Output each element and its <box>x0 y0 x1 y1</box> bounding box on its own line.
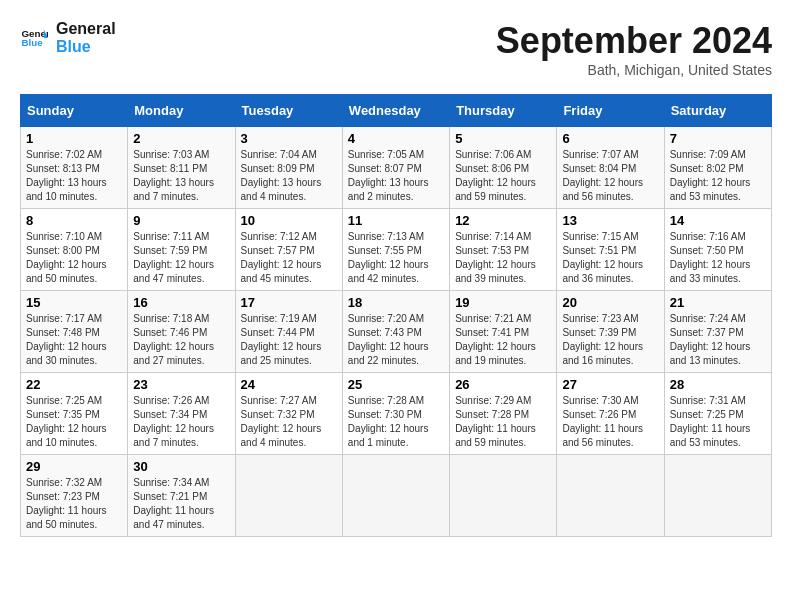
calendar-cell: 18Sunrise: 7:20 AMSunset: 7:43 PMDayligh… <box>342 291 449 373</box>
calendar-cell: 29Sunrise: 7:32 AMSunset: 7:23 PMDayligh… <box>21 455 128 537</box>
day-number: 26 <box>455 377 551 392</box>
day-info: Sunrise: 7:21 AMSunset: 7:41 PMDaylight:… <box>455 312 551 368</box>
calendar-cell <box>235 455 342 537</box>
day-number: 3 <box>241 131 337 146</box>
logo-line2: Blue <box>56 38 116 56</box>
calendar-cell: 5Sunrise: 7:06 AMSunset: 8:06 PMDaylight… <box>450 127 557 209</box>
calendar-cell: 26Sunrise: 7:29 AMSunset: 7:28 PMDayligh… <box>450 373 557 455</box>
day-info: Sunrise: 7:29 AMSunset: 7:28 PMDaylight:… <box>455 394 551 450</box>
calendar-cell <box>557 455 664 537</box>
day-number: 8 <box>26 213 122 228</box>
calendar-cell: 24Sunrise: 7:27 AMSunset: 7:32 PMDayligh… <box>235 373 342 455</box>
day-info: Sunrise: 7:11 AMSunset: 7:59 PMDaylight:… <box>133 230 229 286</box>
day-info: Sunrise: 7:26 AMSunset: 7:34 PMDaylight:… <box>133 394 229 450</box>
header-tuesday: Tuesday <box>235 95 342 127</box>
calendar-cell <box>450 455 557 537</box>
day-info: Sunrise: 7:12 AMSunset: 7:57 PMDaylight:… <box>241 230 337 286</box>
day-number: 24 <box>241 377 337 392</box>
day-info: Sunrise: 7:15 AMSunset: 7:51 PMDaylight:… <box>562 230 658 286</box>
header-thursday: Thursday <box>450 95 557 127</box>
day-info: Sunrise: 7:19 AMSunset: 7:44 PMDaylight:… <box>241 312 337 368</box>
calendar-cell <box>664 455 771 537</box>
day-info: Sunrise: 7:06 AMSunset: 8:06 PMDaylight:… <box>455 148 551 204</box>
logo-icon: General Blue <box>20 24 48 52</box>
calendar-cell: 6Sunrise: 7:07 AMSunset: 8:04 PMDaylight… <box>557 127 664 209</box>
day-number: 21 <box>670 295 766 310</box>
header-monday: Monday <box>128 95 235 127</box>
day-number: 15 <box>26 295 122 310</box>
title-section: September 2024 Bath, Michigan, United St… <box>496 20 772 78</box>
day-info: Sunrise: 7:05 AMSunset: 8:07 PMDaylight:… <box>348 148 444 204</box>
header-saturday: Saturday <box>664 95 771 127</box>
logo: General Blue General Blue <box>20 20 116 55</box>
day-number: 27 <box>562 377 658 392</box>
day-info: Sunrise: 7:09 AMSunset: 8:02 PMDaylight:… <box>670 148 766 204</box>
day-number: 12 <box>455 213 551 228</box>
day-number: 25 <box>348 377 444 392</box>
day-info: Sunrise: 7:34 AMSunset: 7:21 PMDaylight:… <box>133 476 229 532</box>
day-number: 20 <box>562 295 658 310</box>
calendar-cell: 16Sunrise: 7:18 AMSunset: 7:46 PMDayligh… <box>128 291 235 373</box>
header-friday: Friday <box>557 95 664 127</box>
day-info: Sunrise: 7:31 AMSunset: 7:25 PMDaylight:… <box>670 394 766 450</box>
day-number: 11 <box>348 213 444 228</box>
day-info: Sunrise: 7:28 AMSunset: 7:30 PMDaylight:… <box>348 394 444 450</box>
day-info: Sunrise: 7:04 AMSunset: 8:09 PMDaylight:… <box>241 148 337 204</box>
day-number: 16 <box>133 295 229 310</box>
calendar-cell: 30Sunrise: 7:34 AMSunset: 7:21 PMDayligh… <box>128 455 235 537</box>
logo-line1: General <box>56 20 116 38</box>
day-info: Sunrise: 7:32 AMSunset: 7:23 PMDaylight:… <box>26 476 122 532</box>
calendar-cell: 27Sunrise: 7:30 AMSunset: 7:26 PMDayligh… <box>557 373 664 455</box>
calendar-cell: 12Sunrise: 7:14 AMSunset: 7:53 PMDayligh… <box>450 209 557 291</box>
day-info: Sunrise: 7:18 AMSunset: 7:46 PMDaylight:… <box>133 312 229 368</box>
day-info: Sunrise: 7:27 AMSunset: 7:32 PMDaylight:… <box>241 394 337 450</box>
calendar-cell: 14Sunrise: 7:16 AMSunset: 7:50 PMDayligh… <box>664 209 771 291</box>
calendar-cell: 23Sunrise: 7:26 AMSunset: 7:34 PMDayligh… <box>128 373 235 455</box>
day-number: 29 <box>26 459 122 474</box>
day-info: Sunrise: 7:25 AMSunset: 7:35 PMDaylight:… <box>26 394 122 450</box>
day-info: Sunrise: 7:10 AMSunset: 8:00 PMDaylight:… <box>26 230 122 286</box>
day-number: 30 <box>133 459 229 474</box>
day-number: 22 <box>26 377 122 392</box>
calendar-cell: 2Sunrise: 7:03 AMSunset: 8:11 PMDaylight… <box>128 127 235 209</box>
day-number: 7 <box>670 131 766 146</box>
calendar-cell: 1Sunrise: 7:02 AMSunset: 8:13 PMDaylight… <box>21 127 128 209</box>
calendar-cell: 8Sunrise: 7:10 AMSunset: 8:00 PMDaylight… <box>21 209 128 291</box>
calendar-cell: 19Sunrise: 7:21 AMSunset: 7:41 PMDayligh… <box>450 291 557 373</box>
header-sunday: Sunday <box>21 95 128 127</box>
day-info: Sunrise: 7:24 AMSunset: 7:37 PMDaylight:… <box>670 312 766 368</box>
day-info: Sunrise: 7:13 AMSunset: 7:55 PMDaylight:… <box>348 230 444 286</box>
calendar-cell: 4Sunrise: 7:05 AMSunset: 8:07 PMDaylight… <box>342 127 449 209</box>
calendar-cell: 10Sunrise: 7:12 AMSunset: 7:57 PMDayligh… <box>235 209 342 291</box>
day-info: Sunrise: 7:14 AMSunset: 7:53 PMDaylight:… <box>455 230 551 286</box>
calendar-cell: 17Sunrise: 7:19 AMSunset: 7:44 PMDayligh… <box>235 291 342 373</box>
calendar-cell: 3Sunrise: 7:04 AMSunset: 8:09 PMDaylight… <box>235 127 342 209</box>
day-info: Sunrise: 7:17 AMSunset: 7:48 PMDaylight:… <box>26 312 122 368</box>
calendar-header: SundayMondayTuesdayWednesdayThursdayFrid… <box>21 95 772 127</box>
day-info: Sunrise: 7:30 AMSunset: 7:26 PMDaylight:… <box>562 394 658 450</box>
header-wednesday: Wednesday <box>342 95 449 127</box>
calendar-cell: 28Sunrise: 7:31 AMSunset: 7:25 PMDayligh… <box>664 373 771 455</box>
calendar-cell <box>342 455 449 537</box>
day-number: 23 <box>133 377 229 392</box>
calendar-cell: 25Sunrise: 7:28 AMSunset: 7:30 PMDayligh… <box>342 373 449 455</box>
day-number: 5 <box>455 131 551 146</box>
calendar-subtitle: Bath, Michigan, United States <box>496 62 772 78</box>
calendar-cell: 13Sunrise: 7:15 AMSunset: 7:51 PMDayligh… <box>557 209 664 291</box>
day-info: Sunrise: 7:03 AMSunset: 8:11 PMDaylight:… <box>133 148 229 204</box>
day-number: 18 <box>348 295 444 310</box>
day-info: Sunrise: 7:07 AMSunset: 8:04 PMDaylight:… <box>562 148 658 204</box>
page-header: General Blue General Blue September 2024… <box>20 20 772 78</box>
day-info: Sunrise: 7:20 AMSunset: 7:43 PMDaylight:… <box>348 312 444 368</box>
day-info: Sunrise: 7:16 AMSunset: 7:50 PMDaylight:… <box>670 230 766 286</box>
day-info: Sunrise: 7:23 AMSunset: 7:39 PMDaylight:… <box>562 312 658 368</box>
day-number: 9 <box>133 213 229 228</box>
calendar-cell: 11Sunrise: 7:13 AMSunset: 7:55 PMDayligh… <box>342 209 449 291</box>
calendar-cell: 7Sunrise: 7:09 AMSunset: 8:02 PMDaylight… <box>664 127 771 209</box>
day-number: 4 <box>348 131 444 146</box>
day-number: 10 <box>241 213 337 228</box>
calendar-table: SundayMondayTuesdayWednesdayThursdayFrid… <box>20 94 772 537</box>
day-number: 19 <box>455 295 551 310</box>
day-number: 1 <box>26 131 122 146</box>
calendar-cell: 9Sunrise: 7:11 AMSunset: 7:59 PMDaylight… <box>128 209 235 291</box>
